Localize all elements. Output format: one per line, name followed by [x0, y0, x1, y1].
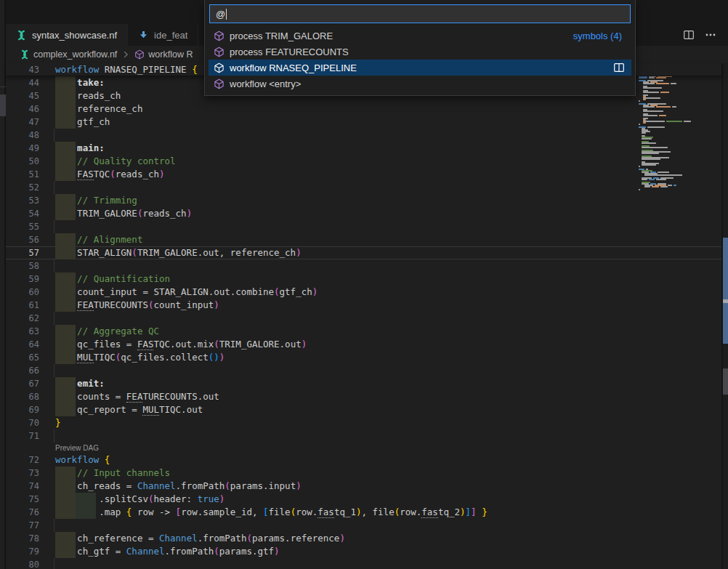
- code-line[interactable]: 48: [6, 129, 721, 142]
- code-line[interactable]: 79 ch_gtf = Channel.fromPath(params.gtf): [6, 545, 721, 558]
- code-line[interactable]: 49 main:: [6, 142, 721, 155]
- code-line[interactable]: 60 count_input = STAR_ALIGN.out.combine(…: [6, 286, 721, 299]
- line-number[interactable]: 72: [6, 453, 49, 467]
- scrollbar[interactable]: [721, 63, 728, 569]
- line-number[interactable]: 53: [6, 194, 49, 207]
- scrollbar-decoration[interactable]: [723, 368, 728, 395]
- code-line[interactable]: 52: [6, 181, 721, 194]
- quick-open-item[interactable]: workflow RNASEQ_PIPELINE: [209, 60, 631, 76]
- line-number[interactable]: 67: [6, 377, 49, 390]
- line-number[interactable]: 55: [6, 220, 49, 233]
- line-number[interactable]: 51: [6, 168, 49, 181]
- quick-open-item[interactable]: process TRIM_GALOREsymbols (4): [209, 28, 631, 44]
- code-lines[interactable]: 43workflow RNASEQ_PIPELINE {44 take:45 r…: [6, 63, 721, 569]
- code-line[interactable]: 51 FASTQC(reads_ch): [6, 168, 721, 181]
- line-number[interactable]: 58: [6, 259, 49, 273]
- line-number[interactable]: 54: [6, 207, 49, 220]
- code-line[interactable]: 58: [6, 259, 721, 273]
- breadcrumb-file[interactable]: complex_workflow.nf: [33, 49, 117, 60]
- code-line[interactable]: 69 qc_report = MULTIQC.out: [6, 403, 721, 416]
- line-number[interactable]: 50: [6, 155, 49, 168]
- line-number[interactable]: 68: [6, 390, 49, 403]
- line-number[interactable]: 44: [6, 76, 49, 89]
- code-line[interactable]: 73 // Input channels: [6, 467, 721, 480]
- quick-open-widget: @ process TRIM_GALOREsymbols (4)process …: [204, 0, 636, 96]
- code-line[interactable]: 68 counts = FEATURECOUNTS.out: [6, 390, 721, 403]
- line-number[interactable]: 45: [6, 89, 49, 102]
- line-number[interactable]: 78: [6, 532, 49, 545]
- panel-scrollbar-thumb[interactable]: [0, 94, 6, 116]
- code-line[interactable]: 64 qc_files = FASTQC.out.mix(TRIM_GALORE…: [6, 338, 721, 351]
- ellipsis-icon[interactable]: [705, 29, 716, 41]
- line-number[interactable]: 63: [6, 325, 49, 338]
- code-line[interactable]: 47 gtf_ch: [6, 116, 721, 129]
- line-number[interactable]: 77: [6, 519, 49, 532]
- code-line[interactable]: 59 // Quantification: [6, 273, 721, 286]
- overflow-ellipsis-icon[interactable]: …: [0, 83, 6, 89]
- open-to-side-icon[interactable]: [613, 62, 625, 73]
- code-line[interactable]: 53 // Trimming: [6, 194, 721, 207]
- scrollbar-decoration[interactable]: [723, 299, 728, 303]
- line-number[interactable]: 52: [6, 181, 49, 194]
- breadcrumb-symbol[interactable]: workflow R: [148, 49, 193, 60]
- line-number[interactable]: 65: [6, 351, 49, 364]
- code-line[interactable]: 50 // Quality control: [6, 155, 721, 168]
- code-line[interactable]: 63 // Aggregate QC: [6, 325, 721, 338]
- line-number[interactable]: 74: [6, 480, 49, 493]
- quick-open-item[interactable]: workflow <entry>: [209, 76, 631, 92]
- line-number[interactable]: 43: [6, 63, 49, 76]
- text-cursor: [226, 9, 227, 20]
- code-line[interactable]: 80: [6, 558, 721, 569]
- code-line[interactable]: 71: [6, 429, 721, 443]
- quick-open-item[interactable]: process FEATURECOUNTS: [209, 44, 631, 60]
- line-number[interactable]: 57: [6, 246, 49, 259]
- line-number[interactable]: 75: [6, 493, 49, 506]
- line-number[interactable]: 56: [6, 233, 49, 246]
- line-number[interactable]: 80: [6, 558, 49, 569]
- line-number[interactable]: 61: [6, 299, 49, 312]
- code-line[interactable]: 66: [6, 364, 721, 377]
- code-line[interactable]: 62: [6, 312, 721, 325]
- line-number[interactable]: 62: [6, 312, 49, 325]
- quick-open-item-label: workflow RNASEQ_PIPELINE: [230, 62, 357, 73]
- code-line[interactable]: 46 reference_ch: [6, 102, 721, 116]
- code-line[interactable]: 61 FEATURECOUNTS(count_input): [6, 299, 721, 312]
- line-number[interactable]: 49: [6, 142, 49, 155]
- split-editor-icon[interactable]: [683, 29, 695, 41]
- line-number[interactable]: 59: [6, 273, 49, 286]
- code-editor[interactable]: 43workflow RNASEQ_PIPELINE {44 take:45 r…: [6, 63, 728, 569]
- line-number[interactable]: 48: [6, 129, 49, 142]
- line-number[interactable]: 46: [6, 102, 49, 116]
- tab-ide-features[interactable]: ide_feat: [128, 24, 198, 46]
- code-line[interactable]: 77: [6, 519, 721, 532]
- code-line[interactable]: 70}: [6, 416, 721, 429]
- code-line[interactable]: 55: [6, 220, 721, 233]
- code-line[interactable]: 72workflow {: [6, 453, 721, 467]
- scrollbar-decoration[interactable]: [723, 238, 728, 344]
- line-number[interactable]: 73: [6, 467, 49, 480]
- line-number[interactable]: 64: [6, 338, 49, 351]
- code-line[interactable]: 54 TRIM_GALORE(reads_ch): [6, 207, 721, 220]
- code-line[interactable]: 56 // Alignment: [6, 233, 721, 246]
- code-line[interactable]: 76 .map { row -> [row.sample_id, [file(r…: [6, 506, 721, 519]
- code-line[interactable]: 75 .splitCsv(header: true): [6, 493, 721, 506]
- line-number[interactable]: 60: [6, 286, 49, 299]
- quick-open-input[interactable]: @: [209, 4, 631, 23]
- codelens-preview-dag[interactable]: Preview DAG: [6, 443, 721, 453]
- code-line[interactable]: 65 MULTIQC(qc_files.collect()): [6, 351, 721, 364]
- code-text: STAR_ALIGN(TRIM_GALORE.out, reference_ch…: [49, 246, 721, 259]
- code-text: // Aggregate QC: [49, 325, 721, 338]
- line-number[interactable]: 79: [6, 545, 49, 558]
- tab-syntax-showcase[interactable]: syntax_showcase.nf: [6, 24, 128, 46]
- code-line[interactable]: 78 ch_reference = Channel.fromPath(param…: [6, 532, 721, 545]
- code-line[interactable]: 57 STAR_ALIGN(TRIM_GALORE.out, reference…: [6, 246, 721, 259]
- code-line[interactable]: 67 emit:: [6, 377, 721, 390]
- code-line[interactable]: 74 ch_reads = Channel.fromPath(params.in…: [6, 480, 721, 493]
- minimap[interactable]: [639, 65, 721, 269]
- line-number[interactable]: 66: [6, 364, 49, 377]
- line-number[interactable]: 71: [6, 429, 49, 443]
- line-number[interactable]: 47: [6, 116, 49, 129]
- line-number[interactable]: 70: [6, 416, 49, 429]
- line-number[interactable]: 76: [6, 506, 49, 519]
- line-number[interactable]: 69: [6, 403, 49, 416]
